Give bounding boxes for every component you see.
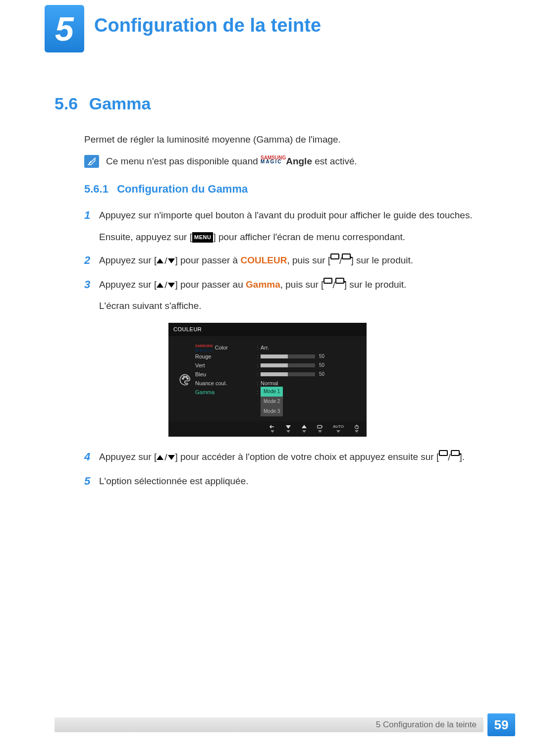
confirm-icon: / xyxy=(330,253,351,268)
svg-point-3 xyxy=(187,378,188,379)
osd-label-bleu: Bleu xyxy=(195,370,255,379)
osd-enter-icon xyxy=(317,424,323,433)
step-number: 4 xyxy=(84,450,99,465)
step-1: 1 Appuyez sur n'importe quel bouton à l'… xyxy=(84,208,481,244)
info-icon xyxy=(84,155,99,168)
up-down-icon: / xyxy=(157,253,175,268)
osd-value-gamma: Mode 1 Mode 2 Mode 3 xyxy=(261,388,360,416)
chapter-badge: 5 xyxy=(45,5,84,52)
osd-value-rouge: 50 xyxy=(261,352,360,361)
section-heading: 5.6 Gamma xyxy=(54,94,481,113)
osd-back-icon xyxy=(269,424,275,433)
step-2: 2 Appuyez sur [/] pour passer à COULEUR,… xyxy=(84,253,481,268)
osd-auto-label: AUTO xyxy=(333,424,344,433)
intro-paragraph: Permet de régler la luminosité moyenne (… xyxy=(84,133,481,146)
page-number: 59 xyxy=(487,713,515,736)
osd-label-gamma: Gamma xyxy=(195,388,255,397)
step-number: 1 xyxy=(84,208,99,244)
osd-title: COULEUR xyxy=(168,323,367,336)
svg-rect-6 xyxy=(318,425,322,428)
step-number: 2 xyxy=(84,253,99,268)
svg-marker-4 xyxy=(286,425,291,429)
step-1-line2: Ensuite, appuyez sur [MENU] pour affiche… xyxy=(99,230,481,244)
step-2-text: Appuyez sur [/] pour passer à COULEUR, p… xyxy=(99,253,481,268)
svg-marker-5 xyxy=(302,425,307,428)
osd-footer: AUTO xyxy=(168,421,367,437)
subsection-number: 5.6.1 xyxy=(84,182,108,197)
step-3: 3 Appuyez sur [/] pour passer au Gamma, … xyxy=(84,277,481,313)
osd-label-nuance: Nuance coul. xyxy=(195,379,255,388)
step-4-text: Appuyez sur [/] pour accéder à l'option … xyxy=(99,450,481,465)
osd-screenshot: COULEUR SAMSUNGMAGIC Color Rouge Vert Bl… xyxy=(168,323,367,437)
step-number: 3 xyxy=(84,277,99,313)
svg-point-1 xyxy=(183,376,185,378)
osd-value-magic: Arr. xyxy=(261,343,360,352)
confirm-icon: / xyxy=(323,278,344,292)
step-5: 5 L'option sélectionnée est appliquée. xyxy=(84,474,481,489)
step-3-line2: L'écran suivant s'affiche. xyxy=(99,299,481,313)
chapter-title: Configuration de la teinte xyxy=(94,15,321,36)
section-number: 5.6 xyxy=(54,94,78,113)
osd-down-icon xyxy=(285,424,291,433)
step-4: 4 Appuyez sur [/] pour accéder à l'optio… xyxy=(84,450,481,465)
osd-up-icon xyxy=(301,424,307,433)
osd-value-bleu: 50 xyxy=(261,370,360,379)
note-text: Ce menu n'est pas disponible quand SAMSU… xyxy=(106,155,357,168)
step-number: 5 xyxy=(84,474,99,489)
osd-label-vert: Vert xyxy=(195,361,255,370)
menu-label: MENU xyxy=(192,232,213,243)
subsection-title: Configuration du Gamma xyxy=(117,182,248,197)
subsection-heading: 5.6.1 Configuration du Gamma xyxy=(84,182,481,197)
palette-icon xyxy=(175,343,195,416)
step-3-line1: Appuyez sur [/] pour passer au Gamma, pu… xyxy=(99,277,481,293)
section-title: Gamma xyxy=(89,94,151,113)
up-down-icon: / xyxy=(157,278,175,292)
chapter-number: 5 xyxy=(55,9,74,48)
osd-label-rouge: Rouge xyxy=(195,352,255,361)
footer-breadcrumb: 5 Configuration de la teinte xyxy=(54,717,483,732)
osd-value-vert: 50 xyxy=(261,361,360,370)
osd-label-magic: SAMSUNGMAGIC Color xyxy=(195,343,255,352)
step-5-text: L'option sélectionnée est appliquée. xyxy=(99,474,481,489)
up-down-icon: / xyxy=(157,450,175,464)
note: Ce menu n'est pas disponible quand SAMSU… xyxy=(84,155,481,168)
svg-point-2 xyxy=(186,376,187,378)
osd-power-icon xyxy=(354,424,360,433)
confirm-icon: / xyxy=(439,450,459,464)
svg-point-0 xyxy=(182,378,184,379)
step-1-line1: Appuyez sur n'importe quel bouton à l'av… xyxy=(99,208,481,222)
